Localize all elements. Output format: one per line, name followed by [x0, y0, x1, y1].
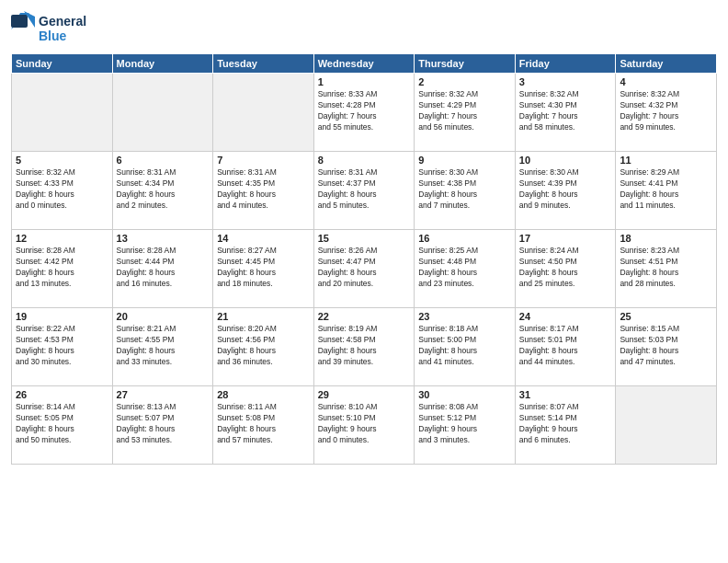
day-number: 20 [117, 311, 210, 322]
cell-text: Sunrise: 8:30 AM Sunset: 4:39 PM Dayligh… [519, 167, 612, 212]
svg-text:General: General [39, 14, 86, 29]
calendar-cell [213, 74, 314, 152]
day-number: 18 [620, 233, 712, 244]
weekday-header-thursday: Thursday [415, 54, 516, 74]
day-number: 31 [519, 389, 612, 400]
calendar-cell: 3Sunrise: 8:32 AM Sunset: 4:30 PM Daylig… [515, 74, 616, 152]
cell-text: Sunrise: 8:26 AM Sunset: 4:47 PM Dayligh… [318, 246, 411, 290]
calendar-cell: 4Sunrise: 8:32 AM Sunset: 4:32 PM Daylig… [616, 74, 717, 152]
calendar-cell: 14Sunrise: 8:27 AM Sunset: 4:45 PM Dayli… [213, 230, 314, 308]
cell-text: Sunrise: 8:17 AM Sunset: 5:01 PM Dayligh… [519, 324, 612, 368]
day-number: 23 [418, 311, 511, 322]
cell-text: Sunrise: 8:07 AM Sunset: 5:14 PM Dayligh… [519, 402, 612, 446]
calendar-cell: 20Sunrise: 8:21 AM Sunset: 4:55 PM Dayli… [112, 308, 213, 386]
cell-text: Sunrise: 8:20 AM Sunset: 4:56 PM Dayligh… [217, 324, 310, 368]
day-number: 26 [16, 389, 108, 400]
day-number: 19 [16, 311, 108, 322]
calendar-cell: 22Sunrise: 8:19 AM Sunset: 4:58 PM Dayli… [313, 308, 415, 386]
cell-text: Sunrise: 8:30 AM Sunset: 4:38 PM Dayligh… [418, 167, 511, 212]
calendar-cell: 7Sunrise: 8:31 AM Sunset: 4:35 PM Daylig… [213, 152, 314, 230]
svg-rect-4 [11, 15, 28, 28]
weekday-header-friday: Friday [515, 54, 616, 74]
cell-text: Sunrise: 8:32 AM Sunset: 4:29 PM Dayligh… [418, 89, 511, 133]
day-number: 14 [217, 233, 310, 244]
cell-text: Sunrise: 8:23 AM Sunset: 4:51 PM Dayligh… [620, 246, 712, 290]
cell-text: Sunrise: 8:31 AM Sunset: 4:37 PM Dayligh… [318, 167, 411, 212]
day-number: 2 [418, 76, 511, 87]
cell-text: Sunrise: 8:08 AM Sunset: 5:12 PM Dayligh… [418, 402, 511, 446]
cell-text: Sunrise: 8:28 AM Sunset: 4:42 PM Dayligh… [16, 246, 108, 290]
calendar-cell: 16Sunrise: 8:25 AM Sunset: 4:48 PM Dayli… [415, 230, 516, 308]
calendar-cell: 26Sunrise: 8:14 AM Sunset: 5:05 PM Dayli… [12, 386, 113, 465]
day-number: 6 [117, 155, 210, 166]
cell-text: Sunrise: 8:14 AM Sunset: 5:05 PM Dayligh… [16, 402, 108, 446]
calendar-cell: 13Sunrise: 8:28 AM Sunset: 4:44 PM Dayli… [112, 230, 213, 308]
day-number: 10 [519, 155, 612, 166]
logo-svg: General Blue [11, 9, 94, 46]
day-number: 22 [318, 311, 411, 322]
week-row-4: 26Sunrise: 8:14 AM Sunset: 5:05 PM Dayli… [12, 386, 717, 465]
day-number: 15 [318, 233, 411, 244]
weekday-header-tuesday: Tuesday [213, 54, 314, 74]
calendar-cell: 18Sunrise: 8:23 AM Sunset: 4:51 PM Dayli… [616, 230, 717, 308]
day-number: 13 [117, 233, 210, 244]
day-number: 28 [217, 389, 310, 400]
cell-text: Sunrise: 8:32 AM Sunset: 4:32 PM Dayligh… [620, 89, 712, 133]
day-number: 17 [519, 233, 612, 244]
cell-text: Sunrise: 8:28 AM Sunset: 4:44 PM Dayligh… [117, 246, 210, 290]
day-number: 9 [418, 155, 511, 166]
cell-text: Sunrise: 8:32 AM Sunset: 4:30 PM Dayligh… [519, 89, 612, 133]
calendar-cell: 29Sunrise: 8:10 AM Sunset: 5:10 PM Dayli… [313, 386, 415, 465]
calendar-cell: 5Sunrise: 8:32 AM Sunset: 4:33 PM Daylig… [12, 152, 113, 230]
week-row-1: 5Sunrise: 8:32 AM Sunset: 4:33 PM Daylig… [12, 152, 717, 230]
calendar-cell: 23Sunrise: 8:18 AM Sunset: 5:00 PM Dayli… [415, 308, 516, 386]
day-number: 3 [519, 76, 612, 87]
day-number: 12 [16, 233, 108, 244]
calendar-cell [12, 74, 113, 152]
page: General Blue SundayMondayTuesdayWednesda… [0, 0, 728, 563]
cell-text: Sunrise: 8:21 AM Sunset: 4:55 PM Dayligh… [117, 324, 210, 368]
calendar-cell: 19Sunrise: 8:22 AM Sunset: 4:53 PM Dayli… [12, 308, 113, 386]
day-number: 21 [217, 311, 310, 322]
calendar-cell: 15Sunrise: 8:26 AM Sunset: 4:47 PM Dayli… [313, 230, 415, 308]
day-number: 4 [620, 76, 712, 87]
calendar-cell: 28Sunrise: 8:11 AM Sunset: 5:08 PM Dayli… [213, 386, 314, 465]
week-row-0: 1Sunrise: 8:33 AM Sunset: 4:28 PM Daylig… [12, 74, 717, 152]
calendar-cell: 6Sunrise: 8:31 AM Sunset: 4:34 PM Daylig… [112, 152, 213, 230]
weekday-header-saturday: Saturday [616, 54, 717, 74]
cell-text: Sunrise: 8:18 AM Sunset: 5:00 PM Dayligh… [418, 324, 511, 368]
calendar-cell: 1Sunrise: 8:33 AM Sunset: 4:28 PM Daylig… [313, 74, 415, 152]
calendar-cell [616, 386, 717, 465]
calendar-cell: 17Sunrise: 8:24 AM Sunset: 4:50 PM Dayli… [515, 230, 616, 308]
cell-text: Sunrise: 8:11 AM Sunset: 5:08 PM Dayligh… [217, 402, 310, 446]
cell-text: Sunrise: 8:24 AM Sunset: 4:50 PM Dayligh… [519, 246, 612, 290]
cell-text: Sunrise: 8:29 AM Sunset: 4:41 PM Dayligh… [620, 167, 712, 212]
cell-text: Sunrise: 8:10 AM Sunset: 5:10 PM Dayligh… [318, 402, 411, 446]
cell-text: Sunrise: 8:32 AM Sunset: 4:33 PM Dayligh… [16, 167, 108, 212]
calendar-cell: 11Sunrise: 8:29 AM Sunset: 4:41 PM Dayli… [616, 152, 717, 230]
calendar: SundayMondayTuesdayWednesdayThursdayFrid… [11, 53, 717, 465]
calendar-cell: 24Sunrise: 8:17 AM Sunset: 5:01 PM Dayli… [515, 308, 616, 386]
svg-text:Blue: Blue [39, 29, 67, 43]
cell-text: Sunrise: 8:27 AM Sunset: 4:45 PM Dayligh… [217, 246, 310, 290]
day-number: 29 [318, 389, 411, 400]
week-row-2: 12Sunrise: 8:28 AM Sunset: 4:42 PM Dayli… [12, 230, 717, 308]
day-number: 11 [620, 155, 712, 166]
cell-text: Sunrise: 8:33 AM Sunset: 4:28 PM Dayligh… [318, 89, 411, 133]
calendar-cell [112, 74, 213, 152]
weekday-header-wednesday: Wednesday [313, 54, 415, 74]
calendar-cell: 31Sunrise: 8:07 AM Sunset: 5:14 PM Dayli… [515, 386, 616, 465]
calendar-cell: 8Sunrise: 8:31 AM Sunset: 4:37 PM Daylig… [313, 152, 415, 230]
cell-text: Sunrise: 8:31 AM Sunset: 4:34 PM Dayligh… [117, 167, 210, 212]
day-number: 25 [620, 311, 712, 322]
calendar-cell: 21Sunrise: 8:20 AM Sunset: 4:56 PM Dayli… [213, 308, 314, 386]
calendar-cell: 2Sunrise: 8:32 AM Sunset: 4:29 PM Daylig… [415, 74, 516, 152]
calendar-cell: 9Sunrise: 8:30 AM Sunset: 4:38 PM Daylig… [415, 152, 516, 230]
day-number: 27 [117, 389, 210, 400]
cell-text: Sunrise: 8:22 AM Sunset: 4:53 PM Dayligh… [16, 324, 108, 368]
calendar-cell: 10Sunrise: 8:30 AM Sunset: 4:39 PM Dayli… [515, 152, 616, 230]
calendar-cell: 30Sunrise: 8:08 AM Sunset: 5:12 PM Dayli… [415, 386, 516, 465]
cell-text: Sunrise: 8:25 AM Sunset: 4:48 PM Dayligh… [418, 246, 511, 290]
day-number: 5 [16, 155, 108, 166]
week-row-3: 19Sunrise: 8:22 AM Sunset: 4:53 PM Dayli… [12, 308, 717, 386]
